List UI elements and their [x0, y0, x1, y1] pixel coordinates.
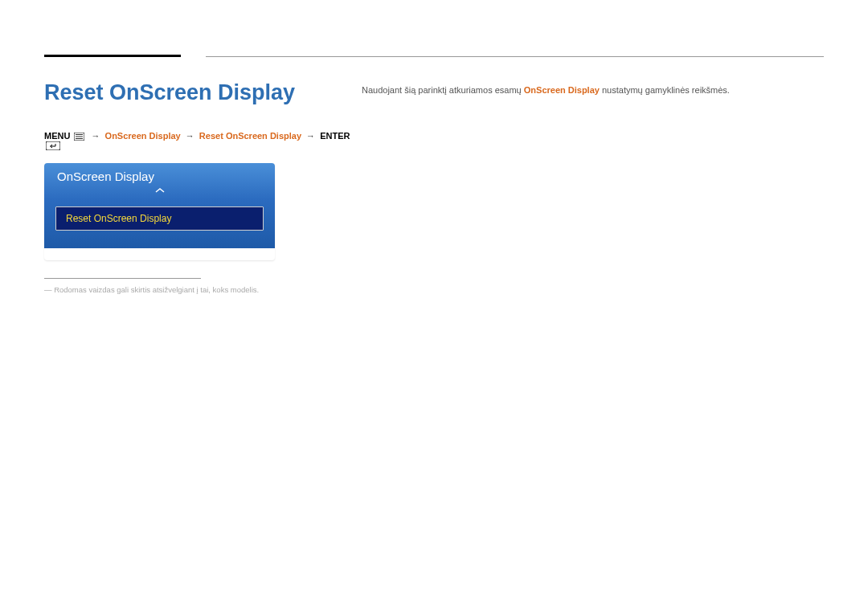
footnote-dash: ― — [44, 285, 52, 294]
description-text: Naudojant šią parinktį atkuriamos esamų … — [362, 85, 824, 95]
chevron-up-icon[interactable] — [57, 186, 262, 195]
breadcrumb-arrow-3: → — [306, 131, 315, 141]
footnote-text: ― Rodomas vaizdas gali skirtis atsižvelg… — [44, 285, 362, 294]
right-column: Naudojant šią parinktį atkuriamos esamų … — [362, 80, 824, 294]
breadcrumb-step-2: Reset OnScreen Display — [199, 131, 301, 141]
page-title: Reset OnScreen Display — [44, 80, 362, 105]
osd-panel-title: OnScreen Display — [57, 170, 262, 183]
osd-panel-body: Reset OnScreen Display — [44, 200, 275, 248]
enter-icon — [46, 141, 60, 152]
top-divider-line — [206, 56, 824, 57]
breadcrumb-enter-label: ENTER — [320, 131, 350, 141]
breadcrumb: MENU → OnScreen Display → Reset OnScreen… — [44, 131, 362, 152]
breadcrumb-menu-label: MENU — [44, 131, 70, 141]
description-prefix: Naudojant šią parinktį atkuriamos esamų — [362, 85, 524, 95]
osd-panel: OnScreen Display Reset OnScreen Display — [44, 163, 275, 260]
breadcrumb-step-1: OnScreen Display — [105, 131, 181, 141]
breadcrumb-arrow-2: → — [186, 131, 194, 141]
description-highlight: OnScreen Display — [524, 85, 600, 95]
description-suffix: nustatymų gamyklinės reikšmės. — [600, 85, 730, 95]
top-accent-bar — [44, 55, 181, 57]
footnote-body: Rodomas vaizdas gali skirtis atsižvelgia… — [54, 285, 259, 294]
menu-icon — [74, 133, 84, 141]
left-column: Reset OnScreen Display MENU → OnScreen D… — [44, 80, 362, 294]
osd-selected-item[interactable]: Reset OnScreen Display — [55, 206, 264, 231]
breadcrumb-arrow-1: → — [92, 131, 100, 141]
osd-panel-header: OnScreen Display — [44, 163, 275, 200]
footnote-divider — [44, 278, 201, 279]
